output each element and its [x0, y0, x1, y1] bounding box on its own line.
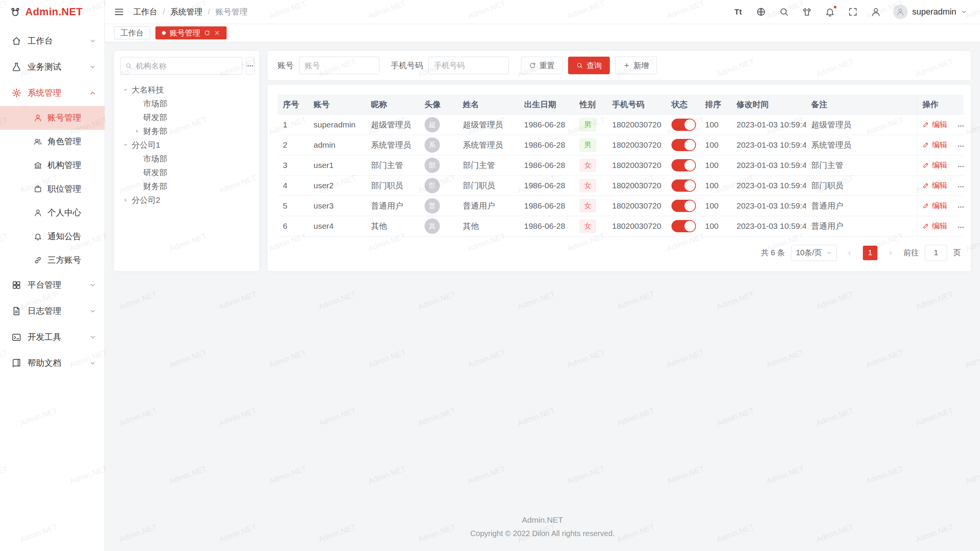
sidebar-item-label: 三方账号 — [47, 254, 81, 266]
sidebar-item-position-management[interactable]: 职位管理 — [0, 177, 105, 201]
tree-node[interactable]: 分公司2 — [120, 193, 253, 207]
edit-button[interactable]: 编辑 — [923, 221, 947, 231]
cell-avatar: 超 — [419, 114, 457, 135]
theme-icon[interactable] — [801, 6, 813, 18]
add-button[interactable]: 新增 — [615, 57, 657, 74]
user-config-icon[interactable] — [870, 6, 882, 18]
tree-node[interactable]: 财务部 — [120, 179, 253, 193]
cell-name: 超级管理员 — [457, 114, 519, 135]
edit-button[interactable]: 编辑 — [923, 140, 947, 150]
sidebar-item-business-test[interactable]: 业务测试 — [0, 54, 105, 80]
gender-badge: 女 — [580, 199, 596, 212]
close-icon[interactable] — [214, 30, 220, 36]
phone-input[interactable] — [428, 57, 509, 74]
gender-badge: 女 — [580, 159, 596, 172]
tree-node[interactable]: 分公司1 — [120, 138, 253, 152]
cell-actions: 编辑 — [917, 114, 964, 135]
edit-button[interactable]: 编辑 — [923, 180, 947, 191]
font-size-icon[interactable]: Tt — [732, 6, 744, 18]
goto-page-input[interactable] — [925, 245, 947, 261]
tree-node[interactable]: 大名科技 — [120, 83, 253, 97]
sidebar-item-third-party-account[interactable]: 三方账号 — [0, 248, 105, 272]
reset-button[interactable]: 重置 — [521, 57, 563, 74]
edit-button[interactable]: 编辑 — [923, 201, 947, 211]
cell-remark: 超级管理员 — [806, 114, 917, 135]
status-toggle[interactable] — [671, 220, 696, 232]
sidebar-item-org-management[interactable]: 机构管理 — [0, 153, 105, 177]
tab-account-management[interactable]: 账号管理 — [155, 26, 227, 39]
breadcrumb-item[interactable]: 工作台 — [133, 7, 157, 17]
sidebar-item-notice[interactable]: 通知公告 — [0, 225, 105, 248]
tree-node-label: 财务部 — [143, 126, 167, 137]
more-actions-icon[interactable] — [957, 183, 964, 191]
sidebar-item-platform-management[interactable]: 平台管理 — [0, 272, 105, 298]
table-row: 4 user2 部门职员 部 部门职员 1986-06-28 女 1802003… — [278, 175, 964, 196]
cell-account: superadmin — [308, 114, 366, 135]
more-actions-icon[interactable] — [957, 122, 964, 130]
page-size-select[interactable]: 10条/页 — [791, 245, 837, 261]
notification-icon[interactable] — [824, 6, 836, 18]
tab-workbench[interactable]: 工作台 — [114, 26, 150, 39]
cell-actions: 编辑 — [917, 216, 964, 236]
edit-button[interactable]: 编辑 — [923, 119, 947, 130]
cell-account: user4 — [308, 216, 366, 236]
more-actions-icon[interactable] — [957, 142, 964, 150]
breadcrumb: 工作台 / 系统管理 / 账号管理 — [133, 7, 248, 17]
sidebar-item-system-management[interactable]: 系统管理 — [0, 80, 105, 106]
tree-node[interactable]: 研发部 — [120, 166, 253, 179]
tree-node[interactable]: 市场部 — [120, 97, 253, 111]
next-page-button[interactable] — [884, 246, 897, 260]
user-avatar[interactable] — [893, 5, 908, 19]
org-search-input[interactable] — [136, 62, 237, 70]
status-toggle[interactable] — [671, 119, 696, 131]
more-actions-icon[interactable] — [957, 163, 964, 170]
status-toggle[interactable] — [671, 139, 696, 151]
sidebar-item-personal-center[interactable]: 个人中心 — [0, 201, 105, 225]
status-toggle[interactable] — [671, 159, 696, 171]
edit-label: 编辑 — [932, 180, 947, 191]
sidebar-item-help-docs[interactable]: 帮助文档 — [0, 350, 105, 376]
cell-remark: 普通用户 — [806, 216, 917, 236]
refresh-icon[interactable] — [204, 30, 210, 36]
query-button[interactable]: 查询 — [568, 57, 610, 74]
status-toggle[interactable] — [671, 200, 696, 212]
cell-birth-date: 1986-06-28 — [519, 216, 574, 236]
language-icon[interactable] — [755, 6, 767, 18]
page-number-button[interactable]: 1 — [863, 246, 877, 260]
building-icon — [34, 161, 42, 170]
account-input[interactable] — [299, 57, 379, 74]
edit-button[interactable]: 编辑 — [923, 160, 947, 170]
status-toggle[interactable] — [671, 179, 696, 192]
toggle-knob — [684, 180, 695, 191]
cell-account: user2 — [308, 175, 366, 196]
sidebar-item-dev-tools[interactable]: 开发工具 — [0, 324, 105, 350]
search-icon — [125, 62, 132, 69]
search-icon[interactable] — [778, 6, 790, 18]
more-actions-icon[interactable] — [957, 223, 964, 231]
tree-node-label: 财务部 — [143, 181, 167, 192]
sidebar-item-workbench[interactable]: 工作台 — [0, 28, 105, 54]
app-root: Admin.NET 工作台 业务测试 系统管理 账号管理 — [0, 0, 980, 551]
cell-gender: 女 — [574, 155, 607, 175]
org-tree: 大名科技 市场部 研发部 财务部 — [120, 83, 253, 207]
sidebar-item-log-management[interactable]: 日志管理 — [0, 298, 105, 324]
breadcrumb-item[interactable]: 系统管理 — [170, 7, 203, 17]
sidebar-item-role-management[interactable]: 角色管理 — [0, 130, 105, 153]
tree-node[interactable]: 财务部 — [120, 124, 253, 138]
user-menu[interactable]: superadmin — [893, 5, 967, 19]
prev-page-button[interactable] — [843, 246, 857, 260]
tree-node[interactable]: 研发部 — [120, 111, 253, 124]
app-logo[interactable]: Admin.NET — [0, 0, 105, 24]
menu-toggle-icon[interactable] — [114, 7, 124, 17]
tree-node[interactable]: 市场部 — [120, 152, 253, 166]
sidebar-item-account-management[interactable]: 账号管理 — [0, 106, 105, 130]
edit-icon — [923, 222, 929, 229]
edit-label: 编辑 — [932, 119, 947, 130]
more-actions-icon[interactable] — [957, 203, 964, 211]
chevron-down-icon — [89, 308, 96, 315]
cell-name: 其他 — [457, 216, 519, 236]
cell-remark: 系统管理员 — [806, 135, 917, 155]
fullscreen-icon[interactable] — [847, 6, 859, 18]
cell-gender: 女 — [574, 196, 607, 216]
more-options-button[interactable] — [246, 57, 255, 75]
